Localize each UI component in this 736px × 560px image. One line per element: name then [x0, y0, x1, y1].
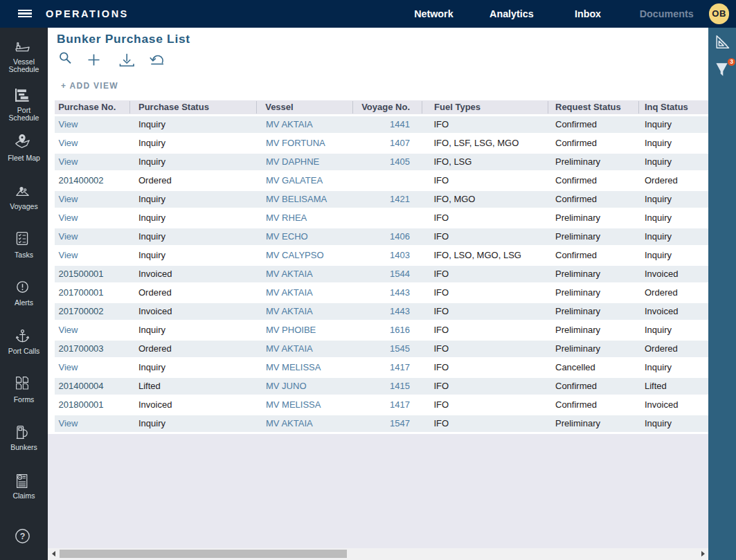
svg-text:?: ?	[20, 532, 26, 541]
